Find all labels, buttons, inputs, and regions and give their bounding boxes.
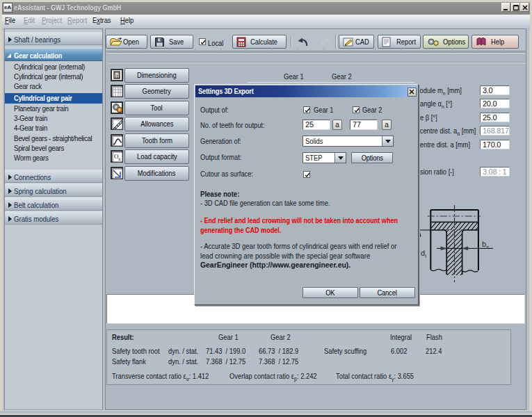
svg-text:x: x (118, 156, 121, 162)
svg-text:di: di (421, 249, 426, 259)
